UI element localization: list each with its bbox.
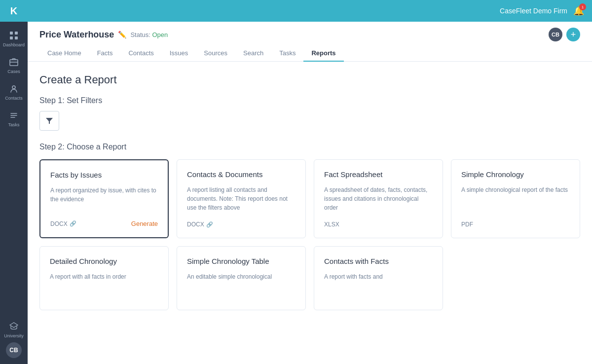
grid-icon [9, 31, 19, 40]
nav-tasks[interactable]: Tasks [271, 45, 303, 62]
case-header: Price Waterhouse ✏️ Status: Open CB + Ca… [28, 22, 592, 62]
sidebar-item-dashboard[interactable]: Dashboard [0, 26, 28, 52]
notification-bell[interactable]: 🔔 1 [573, 5, 584, 16]
card-title-facts-by-issues: Facts by Issues [50, 170, 158, 180]
card-title-contacts-documents: Contacts & Documents [187, 170, 296, 180]
report-card-simple-chronology[interactable]: Simple Chronology A simple chronological… [451, 159, 580, 238]
card-title-simple-chronology: Simple Chronology [461, 170, 570, 180]
svg-marker-10 [46, 118, 53, 124]
edit-icon[interactable]: ✏️ [118, 31, 126, 38]
filter-icon [45, 117, 53, 125]
card-desc-simple-chronology: A simple chronological report of the fac… [461, 185, 570, 216]
sidebar-item-cases[interactable]: Cases [0, 52, 28, 79]
report-card-simple-chronology-table[interactable]: Simple Chronology Table An editable simp… [177, 246, 306, 310]
card-format-facts-by-issues: DOCX 🔗 [50, 220, 76, 227]
nav-facts[interactable]: Facts [89, 45, 121, 62]
university-icon [9, 322, 19, 331]
main-area: CaseFleet Demo Firm 🔔 1 Price Waterhouse… [28, 0, 592, 364]
tasks-icon [9, 110, 19, 120]
content-area: Create a Report Step 1: Set Filters Step… [28, 62, 592, 364]
card-desc-contacts-with-facts: A report with facts and [324, 272, 433, 281]
card-footer-simple-chronology: PDF [461, 221, 570, 228]
case-header-right: CB + [549, 28, 580, 41]
report-card-contacts-with-facts[interactable]: Contacts with Facts A report with facts … [314, 246, 443, 310]
case-status: Status: Open [130, 31, 168, 38]
card-desc-simple-chronology-table: An editable simple chronological [187, 272, 296, 281]
sidebar-user-avatar[interactable]: CB [6, 342, 22, 358]
sidebar-item-tasks[interactable]: Tasks [0, 106, 28, 132]
filter-button[interactable] [39, 111, 59, 131]
card-format-contacts-documents: DOCX 🔗 [187, 221, 213, 228]
format-link-icon[interactable]: 🔗 [70, 220, 76, 227]
sidebar-logo[interactable]: K [0, 0, 28, 22]
nav-case-home[interactable]: Case Home [39, 45, 89, 62]
report-card-detailed-chronology[interactable]: Detailed Chronology A report with all fa… [39, 246, 169, 310]
svg-point-6 [12, 86, 15, 89]
svg-rect-4 [10, 60, 18, 66]
svg-rect-0 [10, 32, 13, 35]
card-format-simple-chronology: PDF [461, 221, 473, 228]
report-cards-grid-bottom: Detailed Chronology A report with all fa… [39, 246, 580, 310]
report-card-contacts-documents[interactable]: Contacts & Documents A report listing al… [177, 159, 306, 238]
card-desc-fact-spreadsheet: A spreadsheet of dates, facts, contacts,… [324, 185, 433, 216]
card-footer-fact-spreadsheet: XLSX [324, 221, 433, 228]
page-title: Create a Report [39, 73, 580, 86]
card-title-fact-spreadsheet: Fact Spreadsheet [324, 170, 433, 180]
nav-contacts[interactable]: Contacts [120, 45, 161, 62]
cases-icon [9, 57, 19, 67]
svg-rect-3 [15, 36, 18, 39]
card-desc-contacts-documents: A report listing all contacts and docume… [187, 185, 296, 216]
format-link-icon-2[interactable]: 🔗 [206, 221, 213, 228]
topbar: CaseFleet Demo Firm 🔔 1 [28, 0, 592, 22]
card-desc-detailed-chronology: A report with all facts in order [50, 272, 158, 281]
nav-sources[interactable]: Sources [196, 45, 235, 62]
sidebar-cases-label: Cases [7, 69, 20, 74]
sidebar-item-contacts[interactable]: Contacts [0, 79, 28, 106]
report-card-fact-spreadsheet[interactable]: Fact Spreadsheet A spreadsheet of dates,… [314, 159, 443, 238]
case-status-value: Open [152, 31, 168, 38]
nav-search[interactable]: Search [235, 45, 271, 62]
case-user-avatar[interactable]: CB [549, 28, 562, 41]
nav-issues[interactable]: Issues [162, 45, 196, 62]
firm-name: CaseFleet Demo Firm [500, 7, 567, 15]
add-button[interactable]: + [566, 28, 580, 41]
sidebar: K Dashboard Cases Contacts Tasks [0, 0, 28, 364]
report-cards-grid: Facts by Issues A report organized by is… [39, 159, 580, 238]
step1-title: Step 1: Set Filters [39, 96, 580, 105]
card-format-fact-spreadsheet: XLSX [324, 221, 339, 228]
sidebar-university[interactable]: University [4, 322, 24, 338]
svg-rect-2 [10, 36, 13, 39]
university-label: University [4, 333, 24, 338]
sidebar-contacts-label: Contacts [5, 96, 23, 101]
bell-badge: 1 [579, 3, 586, 10]
nav-reports[interactable]: Reports [303, 45, 343, 62]
card-title-contacts-with-facts: Contacts with Facts [324, 256, 433, 266]
case-title-left: Price Waterhouse ✏️ Status: Open [39, 30, 168, 40]
case-title-row: Price Waterhouse ✏️ Status: Open CB + [39, 28, 580, 41]
card-title-simple-chronology-table: Simple Chronology Table [187, 256, 296, 266]
logo-icon: K [10, 5, 17, 17]
report-card-facts-by-issues[interactable]: Facts by Issues A report organized by is… [39, 159, 169, 238]
card-footer-contacts-documents: DOCX 🔗 [187, 221, 296, 228]
contacts-icon [9, 84, 19, 94]
case-title: Price Waterhouse [39, 30, 114, 40]
card-desc-facts-by-issues: A report organized by issue, with cites … [50, 186, 158, 215]
svg-rect-1 [15, 32, 18, 35]
case-nav: Case Home Facts Contacts Issues Sources … [39, 45, 580, 61]
sidebar-tasks-label: Tasks [8, 122, 19, 127]
sidebar-dashboard-label: Dashboard [3, 42, 25, 47]
step2-title: Step 2: Choose a Report [39, 143, 580, 151]
card-title-detailed-chronology: Detailed Chronology [50, 256, 158, 266]
report-card-placeholder [451, 246, 580, 310]
generate-button-facts-by-issues[interactable]: Generate [131, 220, 158, 227]
sidebar-bottom: University CB [4, 322, 24, 364]
card-footer-facts-by-issues: DOCX 🔗 Generate [50, 220, 158, 227]
